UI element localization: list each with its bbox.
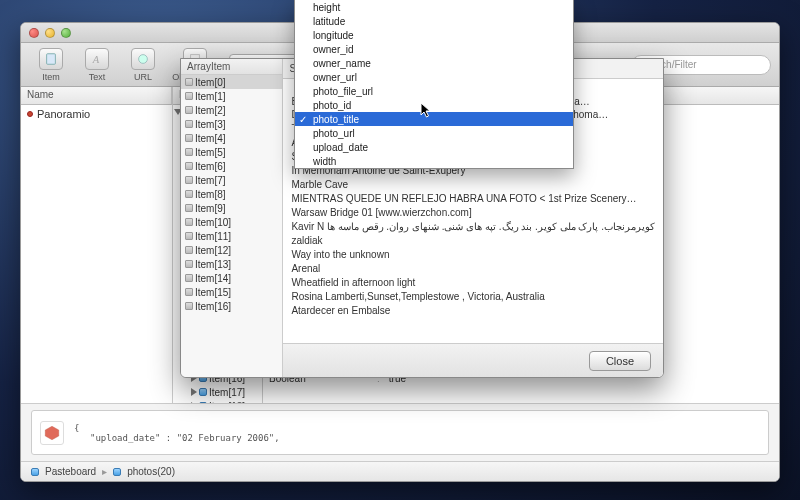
list-item[interactable]: Item[16] <box>181 299 282 313</box>
json-icon <box>40 421 64 445</box>
svg-marker-4 <box>45 426 59 440</box>
leaf-icon <box>185 274 193 282</box>
list-item[interactable]: Item[6] <box>181 159 282 173</box>
document-icon <box>39 48 63 70</box>
leaf-icon <box>185 176 193 184</box>
object-icon <box>31 468 39 476</box>
leaf-icon <box>185 190 193 198</box>
svg-rect-0 <box>47 53 56 64</box>
value-row[interactable]: Atardecer en Embalse <box>283 305 663 319</box>
dropdown-option[interactable]: height <box>295 0 573 14</box>
list-item[interactable]: Item[13] <box>181 257 282 271</box>
close-icon[interactable] <box>29 28 39 38</box>
dropdown-option[interactable]: width <box>295 154 573 168</box>
value-row[interactable]: MIENTRAS QUEDE UN REFLEJO HABRA UNA FOTO… <box>283 193 663 207</box>
list-item[interactable]: Item[5] <box>181 145 282 159</box>
key-dropdown[interactable]: heightlatitudelongitudeowner_idowner_nam… <box>294 0 574 169</box>
name-root-item[interactable]: Panoramio <box>21 107 172 121</box>
leaf-icon <box>185 288 193 296</box>
toolbar-item-document[interactable]: Item <box>29 45 73 85</box>
dropdown-option[interactable]: latitude <box>295 14 573 28</box>
leaf-icon <box>185 134 193 142</box>
list-item[interactable]: Item[14] <box>181 271 282 285</box>
dialog-item-list-header: ArrayItem <box>181 59 282 75</box>
leaf-icon <box>185 78 193 86</box>
item-icon <box>27 111 33 117</box>
leaf-icon <box>185 260 193 268</box>
value-row[interactable]: Rosina Lamberti,Sunset,Templestowe , Vic… <box>283 291 663 305</box>
value-row[interactable]: Way into the unknown <box>283 249 663 263</box>
list-item[interactable]: Item[0] <box>181 75 282 89</box>
json-preview: { "upload_date" : "02 February 2006", <box>31 410 769 455</box>
svg-point-2 <box>139 54 148 63</box>
breadcrumb[interactable]: Pasteboard ▸ photos(20) <box>21 461 779 481</box>
leaf-icon <box>185 148 193 156</box>
name-column-header[interactable]: Name <box>21 87 172 105</box>
close-button[interactable]: Close <box>589 351 651 371</box>
svg-text:A: A <box>92 53 100 64</box>
leaf-icon <box>185 246 193 254</box>
value-row[interactable]: Arenal <box>283 263 663 277</box>
object-icon <box>113 468 121 476</box>
leaf-icon <box>185 106 193 114</box>
zoom-icon[interactable] <box>61 28 71 38</box>
list-item[interactable]: Item[10] <box>181 215 282 229</box>
list-item[interactable]: Item[12] <box>181 243 282 257</box>
dropdown-option[interactable]: longitude <box>295 28 573 42</box>
list-item[interactable]: Item[8] <box>181 187 282 201</box>
value-row[interactable]: Warsaw Bridge 01 [www.wierzchon.com] <box>283 207 663 221</box>
tree-item[interactable]: Item[17] <box>173 385 262 399</box>
dropdown-option[interactable]: owner_id <box>295 42 573 56</box>
dialog-item-list: ArrayItem Item[0]Item[1]Item[2]Item[3]It… <box>181 59 283 377</box>
list-item[interactable]: Item[7] <box>181 173 282 187</box>
dialog-item-list-body[interactable]: Item[0]Item[1]Item[2]Item[3]Item[4]Item[… <box>181 75 282 377</box>
dropdown-option[interactable]: ✓photo_title <box>295 112 573 126</box>
list-item[interactable]: Item[11] <box>181 229 282 243</box>
leaf-icon <box>185 218 193 226</box>
name-column: Name Panoramio <box>21 87 173 403</box>
leaf-icon <box>185 120 193 128</box>
list-item[interactable]: Item[9] <box>181 201 282 215</box>
list-item[interactable]: Item[2] <box>181 103 282 117</box>
list-item[interactable]: Item[3] <box>181 117 282 131</box>
disclosure-icon[interactable] <box>191 388 197 396</box>
value-row[interactable]: zaldiak <box>283 235 663 249</box>
value-row[interactable]: Wheatfield in afternoon light <box>283 277 663 291</box>
list-item[interactable]: Item[15] <box>181 285 282 299</box>
bottom-pane: { "upload_date" : "02 February 2006", Pa… <box>21 403 779 481</box>
toolbar-item-url[interactable]: URL <box>121 45 165 85</box>
value-row[interactable]: Marble Cave <box>283 179 663 193</box>
dropdown-option[interactable]: owner_url <box>295 70 573 84</box>
leaf-icon <box>185 162 193 170</box>
globe-icon <box>131 48 155 70</box>
leaf-icon <box>185 204 193 212</box>
minimize-icon[interactable] <box>45 28 55 38</box>
leaf-icon <box>185 302 193 310</box>
leaf-icon <box>185 92 193 100</box>
dropdown-option[interactable]: photo_file_url <box>295 84 573 98</box>
list-item[interactable]: Item[1] <box>181 89 282 103</box>
object-icon <box>199 388 207 396</box>
list-item[interactable]: Item[4] <box>181 131 282 145</box>
toolbar-item-text[interactable]: A Text <box>75 45 119 85</box>
dropdown-option[interactable]: photo_url <box>295 126 573 140</box>
dropdown-option[interactable]: photo_id <box>295 98 573 112</box>
leaf-icon <box>185 232 193 240</box>
text-icon: A <box>85 48 109 70</box>
traffic-lights <box>29 28 71 38</box>
dropdown-option[interactable]: upload_date <box>295 140 573 154</box>
dropdown-option[interactable]: owner_name <box>295 56 573 70</box>
cursor-icon <box>420 102 434 120</box>
value-row[interactable]: Kavir N کویرمرنجاب. پارک ملی کویر. بند ر… <box>283 221 663 235</box>
dialog-footer: Close <box>283 343 663 377</box>
